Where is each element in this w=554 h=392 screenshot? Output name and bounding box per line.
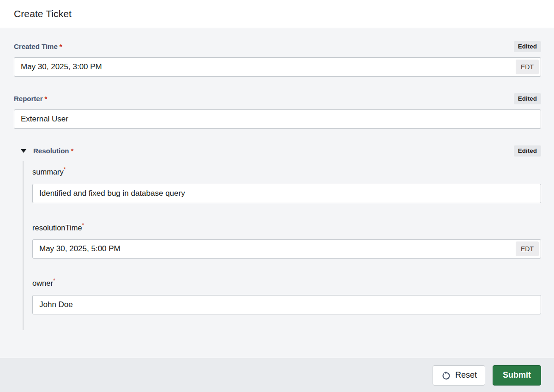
created-time-input[interactable] [14, 57, 541, 77]
edited-badge: Edited [514, 145, 541, 157]
create-ticket-panel: Create Ticket Created Time* Edited EDT R… [0, 0, 554, 392]
field-reporter: Reporter* Edited [14, 93, 541, 129]
form-footer: Reset Submit [0, 358, 554, 392]
label-text: summary [32, 168, 64, 176]
reset-button-label: Reset [455, 370, 477, 380]
summary-input[interactable] [32, 184, 541, 203]
edited-badge: Edited [514, 41, 541, 52]
required-asterisk: * [71, 147, 74, 155]
reporter-input[interactable] [14, 109, 541, 129]
page-title: Create Ticket [14, 8, 72, 19]
required-asterisk: * [53, 277, 55, 284]
submit-button[interactable]: Submit [493, 365, 541, 386]
resolution-header-row: Resolution* Edited [14, 145, 541, 157]
resolution-body: summary* resolutionTime* EDT owner* [23, 161, 541, 330]
required-asterisk: * [45, 95, 48, 103]
summary-input-wrap [32, 184, 541, 203]
edited-badge: Edited [514, 93, 541, 104]
label-text: Reporter [14, 95, 43, 103]
timezone-suffix: EDT [516, 241, 539, 256]
field-owner: owner* [32, 275, 541, 314]
owner-label: owner* [32, 275, 55, 289]
collapse-arrow-icon [21, 149, 26, 153]
resolution-section: Resolution* Edited summary* resolutionTi… [14, 145, 541, 330]
panel-header: Create Ticket [0, 0, 554, 28]
label-text: Resolution [33, 147, 69, 155]
resolution-toggle[interactable]: Resolution* [14, 145, 73, 157]
field-created-time: Created Time* Edited EDT [14, 41, 541, 77]
required-asterisk: * [64, 166, 66, 173]
field-resolution-time: resolutionTime* EDT [32, 220, 541, 259]
label-text: owner [32, 279, 53, 287]
resolution-label: Resolution* [33, 145, 73, 157]
label-text: Created Time [14, 42, 58, 50]
owner-input-wrap [32, 295, 541, 314]
resolution-time-input-wrap: EDT [32, 239, 541, 259]
resolution-time-input[interactable] [32, 239, 541, 259]
reporter-label: Reporter* [14, 93, 47, 104]
reset-button[interactable]: Reset [433, 365, 485, 386]
field-label-row: Reporter* Edited [14, 93, 541, 104]
required-asterisk: * [60, 42, 62, 50]
reset-icon [441, 370, 451, 380]
created-time-label: Created Time* [14, 41, 62, 52]
created-time-input-wrap: EDT [14, 57, 541, 77]
field-summary: summary* [32, 164, 541, 203]
field-label-row: Created Time* Edited [14, 41, 541, 52]
label-text: resolutionTime [32, 223, 82, 231]
required-asterisk: * [82, 222, 84, 229]
summary-label: summary* [32, 164, 66, 177]
form-body: Created Time* Edited EDT Reporter* Edite… [0, 28, 554, 358]
resolution-time-label: resolutionTime* [32, 220, 84, 233]
timezone-suffix: EDT [516, 60, 539, 74]
reporter-input-wrap [14, 109, 541, 129]
owner-input[interactable] [32, 295, 541, 314]
